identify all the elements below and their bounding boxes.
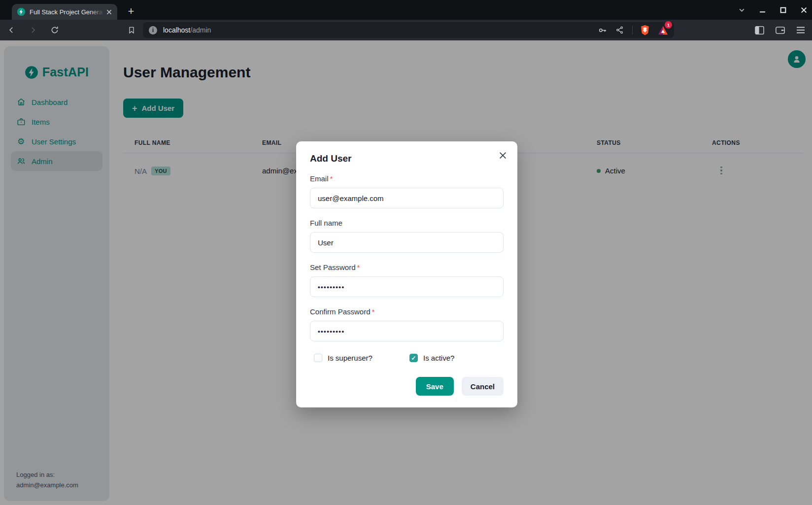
- menu-hamburger-icon[interactable]: [795, 25, 806, 35]
- brave-rewards-icon[interactable]: 1: [657, 25, 668, 35]
- required-asterisk: *: [357, 263, 360, 271]
- required-asterisk: *: [372, 307, 375, 316]
- save-button[interactable]: Save: [416, 377, 454, 396]
- share-icon[interactable]: [614, 25, 625, 35]
- checkbox-icon[interactable]: [409, 354, 418, 362]
- checkbox-row: Is superuser? Is active?: [310, 354, 504, 362]
- required-asterisk: *: [330, 174, 333, 183]
- full-name-field[interactable]: [310, 232, 504, 253]
- tab-strip: Full Stack Project Genera +: [0, 0, 812, 20]
- bookmark-icon[interactable]: [126, 25, 137, 35]
- cancel-button[interactable]: Cancel: [462, 377, 504, 396]
- set-password-label: Set Password*: [310, 263, 504, 271]
- is-superuser-checkbox[interactable]: Is superuser?: [314, 354, 409, 362]
- browser-tab[interactable]: Full Stack Project Genera: [12, 4, 117, 20]
- confirm-password-label: Confirm Password*: [310, 307, 504, 316]
- reload-icon[interactable]: [49, 25, 60, 35]
- back-icon[interactable]: [6, 25, 17, 35]
- full-name-label: Full name: [310, 219, 504, 227]
- add-user-modal: Add User Email* Full name Set Password* …: [296, 141, 517, 407]
- page-viewport: FastAPI Dashboard Items ⚙ User: [0, 40, 812, 505]
- set-password-field-group: Set Password*: [310, 263, 504, 297]
- close-window-button[interactable]: [799, 5, 808, 14]
- toolbar-divider: [632, 26, 633, 34]
- set-password-field[interactable]: [310, 276, 504, 297]
- url-path: /admin: [190, 26, 211, 34]
- confirm-password-field[interactable]: [310, 321, 504, 341]
- confirm-password-field-group: Confirm Password*: [310, 307, 504, 341]
- is-active-checkbox[interactable]: Is active?: [409, 354, 454, 362]
- browser-window: Full Stack Project Genera +: [0, 0, 812, 505]
- minimize-button[interactable]: [758, 5, 767, 14]
- address-bar[interactable]: i localhost/admin 1: [143, 22, 674, 38]
- rewards-count-badge: 1: [665, 21, 672, 29]
- browser-toolbar: i localhost/admin 1: [0, 20, 812, 40]
- email-label: Email*: [310, 174, 504, 183]
- tab-close-icon[interactable]: [104, 7, 113, 16]
- forward-icon[interactable]: [28, 25, 38, 35]
- modal-close-icon[interactable]: [495, 147, 510, 163]
- url-host: localhost: [163, 26, 190, 34]
- wallet-icon[interactable]: [775, 25, 785, 35]
- email-field[interactable]: [310, 188, 504, 208]
- checkbox-icon[interactable]: [314, 354, 322, 362]
- modal-title: Add User: [310, 153, 504, 164]
- fastapi-favicon-icon: [17, 7, 26, 16]
- new-tab-button[interactable]: +: [124, 4, 138, 18]
- tab-title: Full Stack Project Genera: [30, 8, 104, 16]
- is-superuser-label: Is superuser?: [328, 354, 372, 362]
- sidebar-toggle-icon[interactable]: [754, 25, 765, 35]
- site-info-icon[interactable]: i: [149, 26, 157, 34]
- maximize-button[interactable]: [778, 5, 787, 14]
- password-key-icon[interactable]: [597, 25, 608, 35]
- email-field-group: Email*: [310, 174, 504, 208]
- modal-buttons: Save Cancel: [310, 377, 504, 396]
- window-controls: [737, 0, 808, 20]
- is-active-label: Is active?: [423, 354, 454, 362]
- brave-shield-icon[interactable]: [640, 25, 650, 35]
- url-text: localhost/admin: [163, 26, 211, 34]
- tab-search-icon[interactable]: [737, 5, 746, 14]
- full-name-field-group: Full name: [310, 219, 504, 253]
